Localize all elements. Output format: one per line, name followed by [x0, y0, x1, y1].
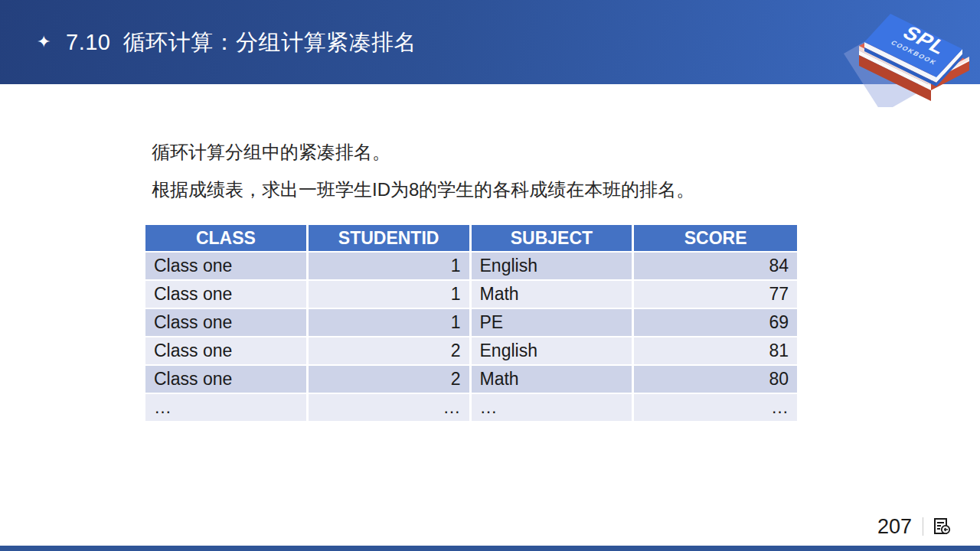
- table-cell: Math: [472, 281, 635, 309]
- table-cell: English: [472, 253, 635, 281]
- table-row: Class one 2 Math 80: [145, 366, 797, 394]
- page-number: 207: [877, 515, 912, 539]
- page-title: 7.10循环计算：分组计算紧凑排名: [66, 28, 416, 57]
- column-header-score: SCORE: [634, 225, 797, 253]
- table-cell: …: [145, 394, 309, 422]
- contents-list-back-icon: [933, 517, 952, 536]
- slide: ✦ 7.10循环计算：分组计算紧凑排名: [0, 0, 980, 551]
- scores-table: CLASS STUDENTID SUBJECT SCORE Class one …: [145, 225, 797, 422]
- body-text: 循环计算分组中的紧凑排名。 根据成绩表，求出一班学生ID为8的学生的各科成绩在本…: [152, 139, 694, 214]
- sparkle-icon: ✦: [37, 31, 51, 54]
- table-cell: Class one: [145, 337, 309, 366]
- table-cell: 69: [634, 309, 797, 337]
- table-cell: 80: [634, 366, 797, 394]
- table-row: Class one 1 PE 69: [145, 309, 797, 337]
- description-line-1: 循环计算分组中的紧凑排名。: [152, 139, 694, 165]
- section-number: 7.10: [66, 30, 110, 54]
- table-cell: Math: [472, 366, 635, 394]
- description-line-2: 根据成绩表，求出一班学生ID为8的学生的各科成绩在本班的排名。: [152, 177, 694, 203]
- table-row-ellipsis: … … … …: [145, 394, 797, 422]
- table-cell: 2: [309, 366, 472, 394]
- footer-divider: [923, 517, 923, 536]
- footer: 207: [877, 514, 952, 539]
- table-row: Class one 1 English 84: [145, 253, 797, 281]
- table-row: Class one 1 Math 77: [145, 281, 797, 309]
- header-bar: ✦ 7.10循环计算：分组计算紧凑排名: [0, 0, 980, 84]
- table-cell: Class one: [145, 253, 309, 281]
- table-cell: PE: [472, 309, 635, 337]
- table-header-row: CLASS STUDENTID SUBJECT SCORE: [145, 225, 797, 253]
- bottom-accent-bar: [0, 546, 980, 551]
- table-cell: Class one: [145, 309, 309, 337]
- column-header-class: CLASS: [145, 225, 309, 253]
- table-cell: 2: [309, 337, 472, 366]
- table-cell: 84: [634, 253, 797, 281]
- table-cell: …: [472, 394, 635, 422]
- table-cell: Class one: [145, 281, 309, 309]
- table-cell: English: [472, 337, 635, 366]
- table-cell: 77: [634, 281, 797, 309]
- table-cell: …: [309, 394, 472, 422]
- table-row: Class one 2 English 81: [145, 337, 797, 366]
- back-to-contents-button[interactable]: [933, 517, 952, 536]
- table-cell: 81: [634, 337, 797, 366]
- table-cell: 1: [309, 309, 472, 337]
- table-cell: 1: [309, 281, 472, 309]
- section-title: 循环计算：分组计算紧凑排名: [122, 30, 416, 54]
- table-cell: Class one: [145, 366, 309, 394]
- table-cell: 1: [309, 253, 472, 281]
- table-cell: …: [634, 394, 797, 422]
- column-header-studentid: STUDENTID: [309, 225, 472, 253]
- column-header-subject: SUBJECT: [472, 225, 635, 253]
